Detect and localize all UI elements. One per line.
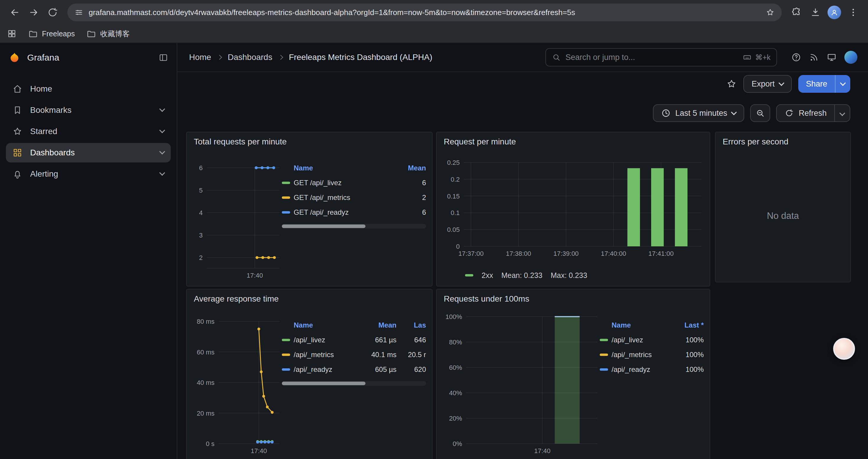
export-label: Export: [752, 79, 775, 89]
chevron-down-icon[interactable]: [159, 170, 165, 176]
panel-title[interactable]: Requests under 100ms: [437, 290, 710, 307]
screen: grafana.mathmast.com/d/deytv4rwavabkb/fr…: [0, 0, 868, 459]
bookmark-star-icon[interactable]: [766, 8, 775, 17]
home-icon: [12, 84, 23, 94]
chevron-down-icon[interactable]: [159, 149, 165, 155]
bookmark-label: Freeleaps: [42, 30, 75, 38]
bookmark-icon: [12, 105, 23, 115]
panel-title[interactable]: Errors per second: [716, 132, 850, 150]
chevron-down-icon: [731, 109, 737, 115]
sidebar-item-alerting[interactable]: Alerting: [6, 164, 171, 184]
chevron-right-icon: [278, 55, 283, 60]
svg-text:17:41:00: 17:41:00: [649, 250, 674, 257]
grafana-app: Grafana Home Bookmarks Starred: [0, 43, 868, 459]
apps-grid-icon[interactable]: [7, 29, 17, 38]
keyboard-icon: [743, 53, 752, 62]
svg-text:60 ms: 60 ms: [197, 349, 215, 356]
refresh-interval-button[interactable]: [834, 104, 850, 122]
bookmark-folder-blogs[interactable]: 收藏博客: [87, 29, 130, 39]
download-icon[interactable]: [807, 4, 824, 21]
legend-table[interactable]: NameLast */api/_livez100%/api/_metrics10…: [600, 318, 704, 377]
profile-avatar[interactable]: [826, 4, 843, 21]
zoom-out-button[interactable]: [750, 104, 770, 122]
search-input[interactable]: [565, 53, 738, 62]
panel-request-per-minute: Request per minute 0.250.20.150.10.05017…: [436, 132, 710, 287]
time-controls: Last 5 minutes Refresh: [177, 104, 868, 122]
breadcrumb-home[interactable]: Home: [189, 53, 211, 62]
svg-text:17:37:00: 17:37:00: [458, 250, 484, 257]
share-split-button: Share: [798, 75, 850, 93]
svg-text:40%: 40%: [449, 389, 462, 397]
panel-title[interactable]: Total requests per minute: [187, 132, 432, 150]
legend-scrollbar[interactable]: [282, 381, 426, 386]
legend-row: GET /api/_livez6: [282, 175, 426, 190]
site-settings-icon[interactable]: [74, 8, 83, 17]
svg-text:0.05: 0.05: [447, 226, 460, 233]
export-button[interactable]: Export: [743, 75, 792, 93]
share-button[interactable]: Share: [798, 75, 835, 93]
svg-text:80%: 80%: [449, 338, 462, 346]
legend-column: NameLast */api/_livez100%/api/_metrics10…: [600, 307, 704, 459]
news-rss-icon[interactable]: [809, 52, 819, 62]
breadcrumb-dashboards[interactable]: Dashboards: [228, 53, 272, 62]
zoom-out-icon: [755, 108, 765, 118]
favorite-star-icon[interactable]: [726, 78, 737, 89]
panel-title[interactable]: Average response time: [187, 290, 432, 307]
url-text[interactable]: grafana.mathmast.com/d/deytv4rwavabkb/fr…: [89, 8, 761, 17]
shortcut-label: ⌘+k: [755, 53, 771, 62]
avatar: [828, 6, 841, 19]
legend-row: /api/_metrics40.1 ms20.5 r: [282, 347, 426, 362]
search-box[interactable]: ⌘+k: [546, 48, 777, 66]
menu-dots-icon[interactable]: [844, 4, 862, 21]
svg-text:20%: 20%: [449, 415, 462, 422]
refresh-label: Refresh: [799, 109, 827, 118]
average-response-time-chart[interactable]: 80 ms60 ms40 ms20 ms0 s17:40: [193, 307, 282, 459]
sidebar-item-starred[interactable]: Starred: [6, 122, 171, 141]
legend-table[interactable]: NameMeanLas/api/_livez661 µs646/api/_met…: [282, 318, 426, 386]
bookmark-folder-freeleaps[interactable]: Freeleaps: [28, 29, 75, 38]
extensions-icon[interactable]: [788, 4, 805, 21]
sidebar-item-home[interactable]: Home: [6, 79, 171, 99]
chart-legend: 2xx Mean: 0.233 Max: 0.233: [442, 269, 704, 281]
address-bar[interactable]: grafana.mathmast.com/d/deytv4rwavabkb/fr…: [67, 4, 782, 21]
brand-name: Grafana: [27, 53, 59, 63]
back-icon[interactable]: [6, 4, 24, 21]
svg-text:80 ms: 80 ms: [197, 318, 215, 325]
dashboard-panels: Total requests per minute 6543217:40 Nam…: [177, 132, 868, 459]
total-requests-chart[interactable]: 6543217:40: [193, 150, 282, 281]
help-icon[interactable]: [791, 52, 801, 62]
series-name[interactable]: 2xx: [482, 271, 493, 280]
refresh-button[interactable]: Refresh: [776, 104, 834, 122]
series-max: Max: 0.233: [551, 271, 587, 280]
forward-icon[interactable]: [25, 4, 42, 21]
no-data-message: No data: [716, 150, 850, 282]
dashboards-grid-icon: [12, 148, 23, 158]
sidebar-item-dashboards[interactable]: Dashboards: [6, 143, 171, 162]
time-range-picker[interactable]: Last 5 minutes: [653, 104, 745, 122]
request-per-minute-chart[interactable]: 0.250.20.150.10.05017:37:0017:38:0017:39…: [442, 150, 704, 269]
panel-title[interactable]: Request per minute: [437, 132, 710, 150]
share-menu-button[interactable]: [835, 75, 850, 93]
grafana-logo-icon[interactable]: [8, 52, 21, 64]
sidebar-item-bookmarks[interactable]: Bookmarks: [6, 100, 171, 120]
kiosk-monitor-icon[interactable]: [827, 52, 837, 62]
svg-text:17:40: 17:40: [247, 272, 263, 279]
svg-text:17:38:00: 17:38:00: [506, 250, 531, 257]
sidebar-item-label: Starred: [30, 127, 57, 136]
chevron-down-icon[interactable]: [159, 127, 165, 133]
time-range-label: Last 5 minutes: [675, 109, 727, 118]
legend-row: GET /api/_metrics2: [282, 190, 426, 205]
requests-under-100ms-chart[interactable]: 100%80%60%40%20%0%17:40: [442, 307, 600, 459]
svg-text:2: 2: [199, 254, 203, 261]
legend-row: /api/_livez661 µs646: [282, 333, 426, 347]
legend-scrollbar[interactable]: [282, 224, 426, 229]
panel-body: 0.250.20.150.10.05017:37:0017:38:0017:39…: [437, 150, 710, 286]
svg-text:60%: 60%: [449, 364, 462, 371]
sidebar-collapse-icon[interactable]: [158, 53, 168, 63]
reload-icon[interactable]: [44, 4, 61, 21]
user-avatar[interactable]: [844, 51, 857, 64]
legend-table[interactable]: NameMeanGET /api/_livez6GET /api/_metric…: [282, 161, 426, 229]
panel-requests-under-100ms: Requests under 100ms 100%80%60%40%20%0%1…: [436, 289, 710, 459]
floating-avatar[interactable]: [833, 338, 855, 360]
chevron-down-icon[interactable]: [159, 106, 165, 112]
